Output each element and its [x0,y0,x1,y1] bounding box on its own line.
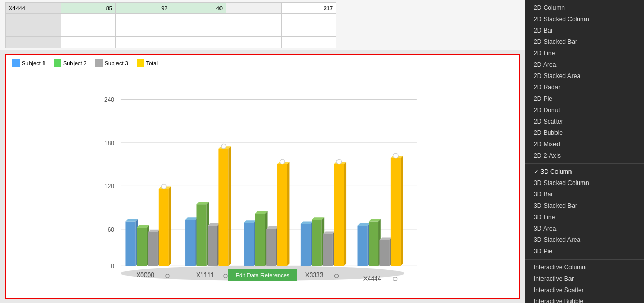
svg-rect-36 [244,223,254,266]
divider-3d-interactive [525,259,644,260]
legend-label-subject3: Subject 3 [105,60,128,66]
chart-type-interactive-bubble[interactable]: Interactive Bubble [525,296,644,303]
chart-section: Subject 1 Subject 2 Subject 3 Total [5,54,520,299]
legend-subject1: Subject 1 [12,59,46,67]
svg-rect-71 [391,158,401,266]
svg-point-35 [221,144,226,149]
edit-data-button[interactable]: Edit Data References [228,269,297,281]
svg-rect-55 [323,234,333,266]
legend-color-subject1 [12,59,20,67]
cell-col3: 40 [171,3,226,14]
chart-type-2d-bubble[interactable]: 2D Bubble [525,127,644,139]
chart-type-2d-pie[interactable]: 2D Pie [525,93,644,104]
table-row [6,14,336,25]
svg-rect-68 [379,240,389,266]
legend-subject3: Subject 3 [95,59,128,67]
chart-type-3d-stacked-area[interactable]: 3D Stacked Area [525,234,644,246]
chart-type-2d-scatter[interactable]: 2D Scatter [525,116,644,127]
table-row [6,25,336,37]
chart-type-3d-column[interactable]: 3D Column [525,166,644,177]
svg-marker-73 [401,156,403,266]
svg-text:120: 120 [104,183,114,190]
svg-text:180: 180 [104,140,114,147]
chart-type-3d-stacked-column[interactable]: 3D Stacked Column [525,177,644,189]
chart-type-3d-pie[interactable]: 3D Pie [525,246,644,257]
chart-legend: Subject 1 Subject 2 Subject 3 Total [6,55,519,69]
cell-col1: 85 [61,3,116,14]
legend-label-subject1: Subject 1 [22,60,46,66]
legend-label-subject2: Subject 2 [63,60,87,66]
chart-type-2d-stacked-area[interactable]: 2D Stacked Area [525,70,644,82]
cell-col4 [226,3,282,14]
chart-type-2d-area[interactable]: 2D Area [525,59,644,70]
svg-rect-16 [148,232,157,266]
legend-subject2: Subject 2 [54,59,87,67]
svg-rect-65 [369,222,378,266]
svg-point-48 [280,159,285,164]
chart-type-2d-donut[interactable]: 2D Donut [525,104,644,116]
svg-rect-58 [334,164,344,266]
svg-rect-52 [312,220,321,266]
legend-label-total: Total [146,60,158,66]
chart-svg: 240 180 120 60 0 [6,69,519,291]
cell-col2: 92 [116,3,171,14]
chart-type-2d-line[interactable]: 2D Line [525,48,644,59]
svg-marker-60 [344,162,346,266]
chart-type-2d-stacked-column[interactable]: 2D Stacked Column [525,13,644,25]
table-row: X4444 85 92 40 217 [6,3,336,14]
svg-rect-26 [196,204,206,266]
svg-rect-19 [159,189,169,266]
legend-color-subject3 [95,59,103,67]
chart-type-3d-line[interactable]: 3D Line [525,211,644,223]
table-section: X4444 85 92 40 217 [0,0,525,50]
chart-type-3d-stacked-bar[interactable]: 3D Stacked Bar [525,200,644,211]
legend-color-subject2 [54,59,61,67]
svg-rect-42 [266,229,276,266]
svg-rect-13 [137,228,147,266]
cell-total: 217 [281,3,336,14]
svg-text:240: 240 [104,96,114,103]
svg-point-74 [393,153,399,158]
chart-type-3d-bar[interactable]: 3D Bar [525,189,644,200]
svg-rect-62 [358,226,368,266]
chart-type-interactive-column[interactable]: Interactive Column [525,262,644,273]
svg-rect-32 [218,149,228,266]
chart-type-2d-stacked-bar[interactable]: 2D Stacked Bar [525,36,644,48]
svg-marker-34 [228,146,231,266]
svg-rect-23 [185,220,195,266]
svg-rect-39 [255,214,265,266]
svg-marker-47 [287,162,290,266]
table-row [6,37,336,48]
chart-type-3d-area[interactable]: 3D Area [525,223,644,234]
svg-point-84 [393,277,397,281]
divider-2d-3d [525,163,644,164]
main-area: X4444 85 92 40 217 [0,0,525,303]
chart-type-2d-column[interactable]: 2D Column [525,2,644,13]
svg-rect-29 [208,226,217,266]
svg-rect-10 [125,222,135,266]
data-table: X4444 85 92 40 217 [5,2,336,48]
chart-type-2d-mixed[interactable]: 2D Mixed [525,139,644,150]
svg-text:60: 60 [108,226,115,233]
chart-type-interactive-scatter[interactable]: Interactive Scatter [525,284,644,296]
svg-point-61 [336,159,342,164]
chart-type-2d-2axis[interactable]: 2D 2-Axis [525,150,644,161]
row-label: X4444 [6,3,61,14]
svg-rect-49 [301,224,311,266]
svg-rect-45 [277,164,287,266]
svg-marker-21 [169,187,171,266]
chart-area: 240 180 120 60 0 [6,69,519,291]
chart-type-panel: 2D Column 2D Stacked Column 2D Bar 2D St… [525,0,644,303]
svg-text:0: 0 [111,263,114,270]
legend-color-total [137,59,144,67]
chart-type-2d-radar[interactable]: 2D Radar [525,82,644,93]
chart-type-interactive-bar[interactable]: Interactive Bar [525,273,644,284]
svg-point-22 [162,184,167,189]
legend-total: Total [137,59,158,67]
panel-inner: 2D Column 2D Stacked Column 2D Bar 2D St… [525,0,644,303]
chart-type-2d-bar[interactable]: 2D Bar [525,25,644,36]
